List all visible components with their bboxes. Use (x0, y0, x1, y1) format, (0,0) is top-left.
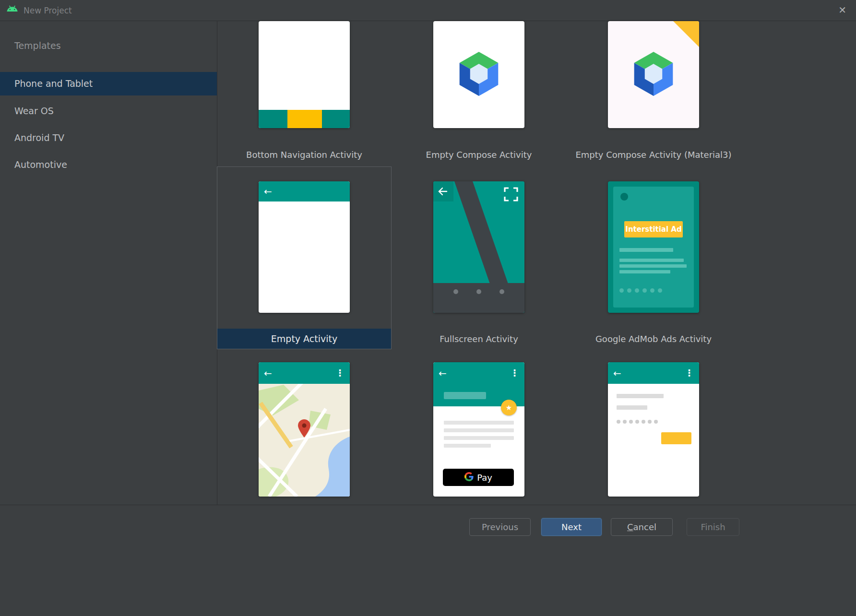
template-card-empty-compose-material3[interactable] (608, 21, 699, 128)
interstitial-ad-badge: Interstitial Ad (624, 221, 683, 237)
finish-button[interactable]: Finish (687, 518, 739, 536)
footer-divider (0, 505, 856, 505)
template-card-google-pay[interactable]: ← ⋮ ★ Pay (433, 362, 524, 497)
placeholder-line (619, 259, 684, 262)
kebab-menu-icon: ⋮ (335, 368, 345, 378)
back-arrow-icon: ← (613, 368, 621, 378)
back-arrow-icon: ← (264, 187, 272, 196)
placeholder-line (619, 248, 673, 252)
template-label-empty-compose[interactable]: Empty Compose Activity (392, 150, 566, 160)
cancel-button[interactable]: Cancel (611, 518, 673, 536)
template-label-bottom-navigation[interactable]: Bottom Navigation Activity (217, 150, 392, 160)
template-card-admob[interactable]: Interstitial Ad (608, 181, 699, 313)
back-arrow-icon: ← (439, 368, 447, 378)
title-bar: New Project (0, 0, 856, 21)
fullscreen-preview (433, 181, 524, 313)
previous-button[interactable]: Previous (469, 518, 531, 536)
material3-corner-ribbon (673, 21, 699, 47)
placeholder-line (617, 394, 664, 398)
next-button[interactable]: Next (541, 518, 602, 536)
admob-screen-preview: Interstitial Ad (613, 187, 694, 308)
template-label-admob[interactable]: Google AdMob Ads Activity (566, 334, 741, 344)
action-button-preview (661, 432, 691, 444)
template-label-empty-compose-material3[interactable]: Empty Compose Activity (Material3) (566, 150, 741, 160)
google-g-icon (464, 472, 474, 483)
template-card-login[interactable]: ← ⋮ (608, 362, 699, 497)
template-card-bottom-navigation[interactable] (259, 21, 350, 128)
android-logo-icon (6, 5, 19, 15)
gpay-button-label: Pay (477, 473, 492, 483)
sidebar-item-android-tv[interactable]: Android TV (0, 126, 217, 150)
jetpack-compose-logo-icon (456, 48, 502, 101)
template-label-fullscreen[interactable]: Fullscreen Activity (392, 334, 566, 344)
placeholder-line (444, 428, 514, 432)
close-icon[interactable]: ✕ (838, 4, 846, 16)
template-card-fullscreen[interactable] (433, 181, 524, 313)
placeholder-dots (619, 288, 662, 293)
jetpack-compose-logo-icon (630, 48, 677, 101)
placeholder-heading (444, 392, 486, 399)
empty-activity-preview[interactable]: ← (259, 181, 350, 313)
sidebar-header: Templates (14, 40, 61, 51)
kebab-menu-icon: ⋮ (510, 368, 519, 378)
new-project-dialog: New Project ✕ Templates Phone and Tablet… (0, 0, 856, 616)
bottom-nav-bar-preview (259, 110, 350, 128)
back-arrow-icon: ← (264, 368, 272, 378)
star-badge-icon: ★ (501, 400, 517, 415)
sidebar-item-wear-os[interactable]: Wear OS (0, 99, 217, 123)
map-preview (259, 384, 350, 497)
template-label-empty-activity[interactable]: Empty Activity (217, 329, 391, 349)
camera-dot-icon (620, 193, 628, 201)
password-dots (617, 420, 658, 424)
placeholder-line (619, 270, 670, 273)
gpay-button-preview: Pay (443, 469, 514, 486)
placeholder-line (619, 264, 687, 268)
template-card-empty-compose[interactable] (433, 21, 524, 128)
sidebar-item-phone-and-tablet[interactable]: Phone and Tablet (0, 72, 217, 95)
placeholder-line (444, 436, 514, 440)
placeholder-line (444, 421, 514, 425)
window-title: New Project (24, 6, 72, 15)
template-card-google-maps[interactable]: ← ⋮ (259, 362, 350, 497)
placeholder-line (617, 405, 647, 410)
sidebar-item-automotive[interactable]: Automotive (0, 153, 217, 177)
kebab-menu-icon: ⋮ (685, 368, 694, 378)
placeholder-line (444, 444, 491, 448)
